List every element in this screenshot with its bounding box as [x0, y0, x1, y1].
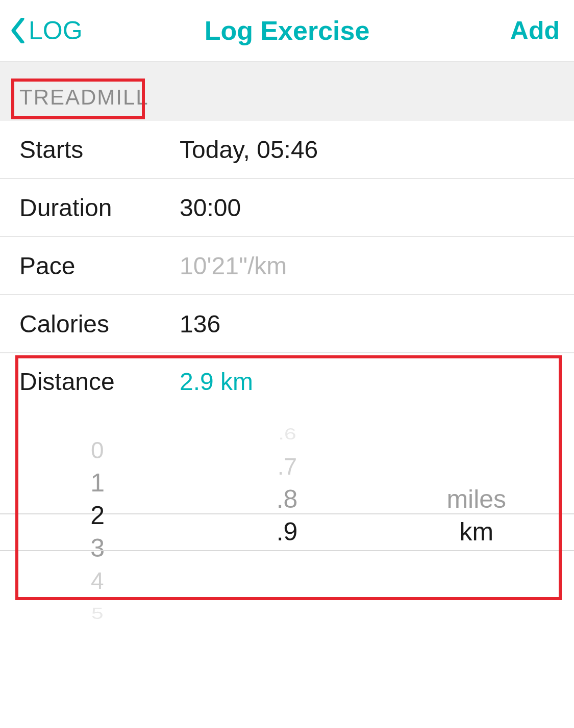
page-title: Log Exercise: [205, 15, 370, 46]
row-pace-value: 10'21"/km: [180, 252, 287, 280]
distance-picker: 0 1 2 3 4 5 .6 .7 .8 .9 . . . miles km .: [0, 409, 574, 654]
row-distance[interactable]: Distance 2.9 km: [0, 353, 574, 409]
picker-item: 3: [90, 532, 105, 564]
picker-item: 5: [91, 603, 104, 624]
picker-col-whole[interactable]: 0 1 2 3 4 5: [3, 409, 192, 654]
picker-item: 4: [91, 566, 104, 596]
row-distance-label: Distance: [19, 368, 180, 396]
row-starts-value: Today, 05:46: [180, 136, 318, 164]
row-duration-value: 30:00: [180, 194, 241, 222]
picker-item-selected: km: [459, 515, 493, 548]
back-button[interactable]: LOG: [10, 16, 83, 45]
chevron-left-icon: [10, 18, 26, 43]
row-starts-label: Starts: [19, 136, 180, 164]
picker-item: miles: [446, 483, 506, 515]
header: LOG Log Exercise Add: [0, 0, 574, 62]
back-label: LOG: [29, 16, 83, 45]
picker-item-selected: 2: [90, 499, 105, 532]
picker-item: .6: [278, 424, 296, 445]
picker-col-unit[interactable]: miles km .: [382, 409, 571, 654]
row-distance-value: 2.9 km: [180, 368, 253, 396]
picker-col-fraction[interactable]: .6 .7 .8 .9 . . .: [192, 409, 382, 654]
row-calories[interactable]: Calories 136: [0, 295, 574, 353]
row-pace-label: Pace: [19, 252, 180, 280]
picker-item: 1: [90, 466, 105, 499]
row-calories-label: Calories: [19, 310, 180, 338]
picker-item: 0: [91, 435, 104, 465]
section-header: TREADMILL: [0, 62, 574, 121]
row-pace[interactable]: Pace 10'21"/km: [0, 237, 574, 295]
row-calories-value: 136: [180, 310, 220, 338]
row-duration[interactable]: Duration 30:00: [0, 179, 574, 237]
row-starts[interactable]: Starts Today, 05:46: [0, 121, 574, 179]
row-duration-label: Duration: [19, 194, 180, 222]
picker-item: .7: [277, 452, 296, 482]
section-header-label: TREADMILL: [19, 85, 149, 110]
picker-item: .8: [277, 483, 298, 515]
picker-item-selected: .9: [277, 515, 298, 548]
add-button[interactable]: Add: [510, 16, 560, 45]
